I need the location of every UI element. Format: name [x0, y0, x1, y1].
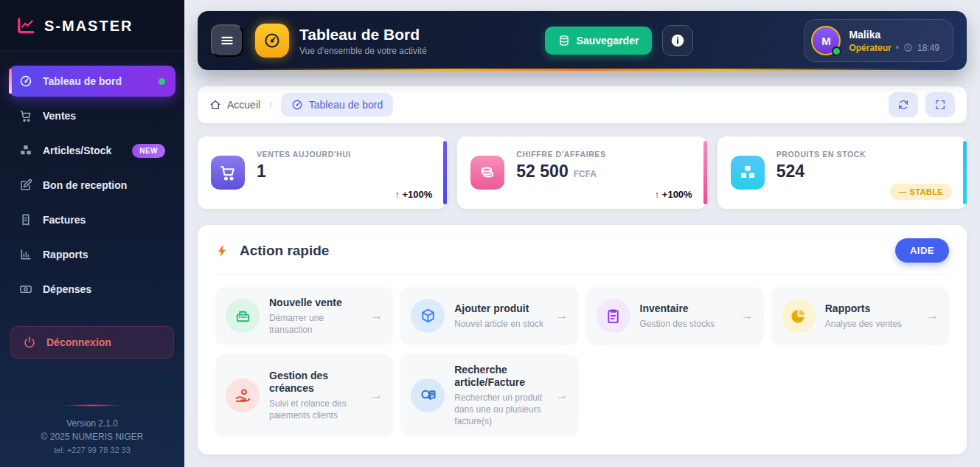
arrow-right-icon — [741, 308, 754, 323]
version-text: Version 2.1.0 — [0, 417, 184, 431]
menu-toggle-button[interactable] — [211, 24, 243, 57]
lightning-icon — [215, 243, 230, 258]
stat-label: VENTES AUJOURD'HUI — [257, 150, 351, 159]
save-button[interactable]: Sauvegarder — [545, 27, 653, 55]
report-icon — [19, 248, 32, 261]
user-role: Opérateur — [849, 43, 891, 53]
sidebar-item-label: Tableau de bord — [43, 75, 122, 87]
sidebar-item-depenses[interactable]: Dépenses — [9, 274, 176, 305]
phone-text: tel: +227 99 78 32 33 — [0, 444, 184, 457]
fullscreen-button[interactable] — [925, 92, 955, 117]
action-title: Gestion des créances — [269, 370, 361, 395]
sidebar-item-articles-stock[interactable]: Articles/Stock NEW — [9, 135, 176, 166]
stable-badge: — STABLE — [890, 184, 952, 200]
user-info: Malika Opérateur • 18:49 — [849, 29, 939, 53]
sidebar-footer: Version 2.1.0 © 2025 NUMERIS NIGER tel: … — [0, 404, 184, 467]
page-subtitle: Vue d'ensemble de votre activité — [299, 46, 427, 56]
action-text: Gestion des créances Suivi et relance de… — [269, 370, 361, 421]
sidebar-item-tableau-de-bord[interactable]: Tableau de bord — [9, 66, 176, 97]
sidebar-item-label: Articles/Stock — [43, 145, 111, 156]
avatar-initial: M — [821, 35, 831, 47]
coins-icon — [470, 156, 504, 190]
quick-actions-grid: Nouvelle vente Démarrer une transaction … — [215, 287, 949, 437]
sidebar-item-bon-de-reception[interactable]: Bon de reception — [9, 170, 176, 201]
logo: S-MASTER — [0, 0, 184, 51]
logout-label: Déconnexion — [46, 336, 111, 348]
action-text: Nouvelle vente Démarrer une transaction — [269, 297, 361, 336]
new-badge: NEW — [132, 144, 165, 158]
quick-actions-panel: Action rapide AIDE Nouvelle vente Démarr… — [198, 225, 967, 454]
arrow-right-icon — [556, 388, 569, 403]
sidebar-nav: Tableau de bord Ventes Articles/Stock NE… — [0, 51, 184, 308]
sidebar-item-rapports[interactable]: Rapports — [9, 239, 176, 270]
action-recherche-article-facture[interactable]: Recherche article/Facture Rechercher un … — [400, 354, 578, 437]
action-text: Rapports Analyse des ventes — [825, 302, 902, 330]
logout-button[interactable]: Déconnexion — [10, 326, 174, 359]
action-desc: Gestion des stocks — [640, 318, 715, 330]
action-desc: Suivi et relance des paiements clients — [269, 398, 361, 421]
quick-actions-header: Action rapide AIDE — [215, 238, 949, 263]
info-button[interactable] — [662, 25, 693, 56]
sidebar-item-label: Factures — [43, 214, 86, 226]
stat-card-chiffre-affaires[interactable]: CHIFFRE D'AFFAIRES 52 500 FCFA ↑ +100% — [457, 136, 706, 209]
action-title: Ajouter produit — [454, 302, 543, 316]
meta-separator: • — [896, 43, 899, 53]
stats-row: VENTES AUJOURD'HUI 1 ↑ +100% CHIFFRE — [198, 136, 967, 209]
stat-trend: ↑ +100% — [395, 189, 432, 200]
stat-label: CHIFFRE D'AFFAIRES — [516, 150, 605, 159]
copyright-text: © 2025 NUMERIS NIGER — [0, 430, 184, 444]
action-title: Recherche article/Facture — [454, 364, 546, 390]
action-nouvelle-vente[interactable]: Nouvelle vente Démarrer une transaction — [215, 287, 393, 345]
stat-card-produits-stock[interactable]: PRODUITS EN STOCK 524 — STABLE — [717, 136, 967, 209]
gauge-icon — [19, 75, 32, 88]
page-title-block: Tableau de Bord Vue d'ensemble de votre … — [299, 26, 427, 56]
breadcrumb-current[interactable]: Tableau de bord — [281, 93, 393, 117]
cube-icon — [411, 299, 445, 333]
current-time: 18:49 — [917, 43, 939, 53]
app-root: S-MASTER Tableau de bord Ventes — [0, 0, 980, 467]
gauge-icon — [291, 99, 303, 111]
sidebar-item-label: Bon de reception — [43, 179, 127, 191]
home-icon — [209, 99, 221, 111]
section-title: Action rapide — [240, 243, 329, 259]
action-title: Rapports — [825, 302, 902, 316]
action-text: Ajouter produit Nouvel article en stock — [454, 302, 543, 330]
stat-card-ventes[interactable]: VENTES AUJOURD'HUI 1 ↑ +100% — [198, 136, 447, 209]
breadcrumb-home[interactable]: Accueil — [209, 99, 260, 111]
refresh-button[interactable] — [889, 92, 918, 117]
action-ajouter-produit[interactable]: Ajouter produit Nouvel article en stock — [400, 287, 578, 345]
gauge-icon — [263, 32, 281, 49]
stat-unit: FCFA — [574, 169, 597, 179]
cash-register-icon — [226, 299, 260, 333]
breadcrumb-actions — [889, 92, 955, 117]
sidebar-item-label: Dépenses — [43, 283, 91, 295]
chart-line-logo-icon — [16, 16, 35, 35]
breadcrumb-current-label: Tableau de bord — [309, 99, 383, 111]
stat-trend: ↑ +100% — [655, 189, 692, 200]
sidebar-item-label: Ventes — [43, 110, 76, 122]
stat-value: 1 — [257, 162, 266, 181]
sidebar-item-ventes[interactable]: Ventes — [9, 100, 176, 131]
action-rapports[interactable]: Rapports Analyse des ventes — [771, 287, 949, 345]
help-button[interactable]: AIDE — [895, 238, 949, 263]
breadcrumb-separator: / — [269, 100, 272, 111]
sidebar: S-MASTER Tableau de bord Ventes — [0, 0, 184, 467]
stat-value: 524 — [776, 162, 804, 181]
arrow-right-icon — [926, 308, 939, 323]
user-name: Malika — [849, 29, 939, 41]
avatar: M — [811, 26, 841, 55]
action-desc: Nouvel article en stock — [454, 318, 543, 330]
arrow-right-icon — [370, 308, 383, 323]
action-gestion-creances[interactable]: Gestion des créances Suivi et relance de… — [215, 354, 393, 437]
sidebar-item-factures[interactable]: Factures — [9, 204, 176, 235]
pie-chart-icon — [782, 299, 816, 333]
action-inventaire[interactable]: Inventaire Gestion des stocks — [586, 287, 764, 345]
action-text: Recherche article/Facture Rechercher un … — [454, 364, 546, 428]
user-menu[interactable]: M Malika Opérateur • 18:49 — [804, 19, 953, 62]
money-icon — [19, 283, 32, 296]
action-desc: Démarrer une transaction — [269, 312, 361, 336]
stat-body: VENTES AUJOURD'HUI 1 — [257, 150, 351, 181]
online-status-dot — [832, 46, 841, 56]
breadcrumb-home-label: Accueil — [227, 99, 260, 111]
active-status-dot — [159, 78, 165, 85]
